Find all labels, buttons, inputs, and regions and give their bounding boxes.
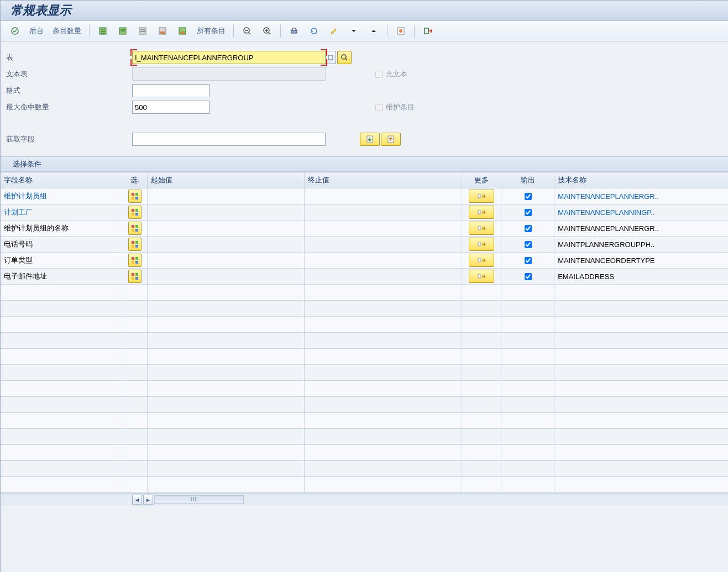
all-entries-button[interactable]: 所有条目 [193,26,229,36]
select-options-icon[interactable] [128,190,142,203]
list-icon-3[interactable] [134,24,151,38]
more-options-icon[interactable] [469,238,494,251]
start-value-cell [148,381,305,396]
start-value-cell [148,445,305,460]
print-icon[interactable] [285,24,303,38]
highlight-icon[interactable] [325,24,343,38]
end-value-cell [305,301,462,316]
select-options-icon[interactable] [128,270,142,283]
select-cell [123,188,147,204]
execute-icon[interactable] [6,24,24,38]
col-more[interactable]: 更多 [462,172,501,188]
search-button[interactable] [337,51,352,64]
output-cell [501,285,554,300]
end-value-cell [305,349,462,364]
zoom-out-icon[interactable] [238,24,256,38]
dropdown-icon[interactable] [345,24,363,38]
select-options-icon[interactable] [128,238,142,251]
maintain-checkbox: 维护条目 [375,102,415,112]
end-value-input[interactable] [308,238,458,250]
tech-name-cell [554,397,728,412]
col-output[interactable]: 输出 [501,172,554,188]
more-options-icon[interactable] [469,206,494,219]
start-value-input[interactable] [151,238,301,250]
start-value-cell [148,365,305,380]
separator [387,25,387,37]
settings-icon[interactable] [392,24,410,38]
zoom-in-icon[interactable] [258,24,276,38]
end-value-input[interactable] [308,222,458,234]
col-start-value[interactable]: 起始值 [148,172,305,188]
col-select[interactable]: 选. [123,172,147,188]
scroll-grip[interactable] [188,497,199,501]
col-tech-name[interactable]: 技术名称 [554,172,728,188]
output-checkbox[interactable] [525,257,532,264]
svg-rect-15 [328,55,333,60]
more-options-icon[interactable] [469,270,494,283]
max-hits-input[interactable] [132,101,210,114]
scroll-left-icon[interactable]: ◄ [132,495,142,505]
start-value-input[interactable] [151,206,301,218]
tech-name-cell[interactable]: MAINTENANCEPLANNINGP.. [554,204,728,220]
get-fields-input[interactable] [132,133,326,146]
end-value-cell [305,397,462,412]
more-options-icon[interactable] [469,190,494,203]
table-row [1,477,728,493]
scroll-track[interactable] [154,495,244,504]
up-icon[interactable] [365,24,383,38]
entries-count-button[interactable]: 条目数量 [49,26,85,36]
refresh-icon[interactable] [305,24,323,38]
format-label: 格式 [5,86,132,96]
field-name-cell[interactable]: 维护计划员组 [1,188,123,204]
output-checkbox[interactable] [525,193,532,200]
list-icon-5[interactable] [174,24,191,38]
tech-name-cell[interactable]: EMAILADDRESS [554,269,728,284]
output-checkbox[interactable] [525,209,532,216]
background-button[interactable]: 后台 [26,26,47,36]
svg-rect-31 [132,229,134,232]
tech-name-cell [554,285,728,300]
grid-header: 字段名称 选. 起始值 终止值 更多 输出 技术名称 [1,172,728,188]
more-options-icon[interactable] [469,254,494,267]
output-checkbox[interactable] [525,241,532,248]
select-options-icon[interactable] [128,206,142,219]
start-value-input[interactable] [151,190,301,202]
field-name-cell[interactable]: 计划工厂 [1,204,123,220]
list-icon-2[interactable] [114,24,132,38]
output-checkbox[interactable] [525,273,532,280]
more-cell [462,285,501,300]
start-value-input[interactable] [151,270,301,282]
svg-rect-26 [132,213,134,216]
import-button[interactable] [360,133,380,146]
select-options-icon[interactable] [128,254,142,267]
end-value-input[interactable] [308,206,458,218]
field-name-cell[interactable]: 维护计划员组的名称 [1,221,123,236]
more-cell [462,349,501,364]
scroll-right-icon[interactable]: ► [143,495,153,505]
tech-name-cell[interactable]: MAINTPLANNERGROUPPH.. [554,237,728,252]
end-value-input[interactable] [308,190,458,202]
export-button[interactable] [381,133,401,146]
table-input[interactable] [132,51,326,64]
field-name-cell[interactable]: 电子邮件地址 [1,269,123,284]
col-field-name[interactable]: 字段名称 [1,172,123,188]
list-icon-1[interactable] [94,24,112,38]
field-name-cell[interactable]: 订单类型 [1,253,123,268]
tech-name-cell[interactable]: MAINTENANCEORDERTYPE [554,253,728,268]
list-icon-4[interactable] [154,24,171,38]
start-value-input[interactable] [151,222,301,234]
end-value-cell [305,429,462,444]
more-options-icon[interactable] [469,222,494,235]
output-checkbox[interactable] [525,225,532,232]
end-value-input[interactable] [308,270,458,282]
start-value-input[interactable] [151,254,301,266]
select-options-icon[interactable] [128,222,142,235]
field-name-cell[interactable]: 电话号码 [1,237,123,252]
exit-icon[interactable] [419,24,437,38]
format-input[interactable] [132,84,210,97]
end-value-input[interactable] [308,254,458,266]
col-end-value[interactable]: 终止值 [305,172,462,188]
tech-name-cell [554,477,728,492]
tech-name-cell[interactable]: MAINTENANCEPLANNERGR.. [554,221,728,236]
tech-name-cell[interactable]: MAINTENANCEPLANNERGR.. [554,188,728,204]
